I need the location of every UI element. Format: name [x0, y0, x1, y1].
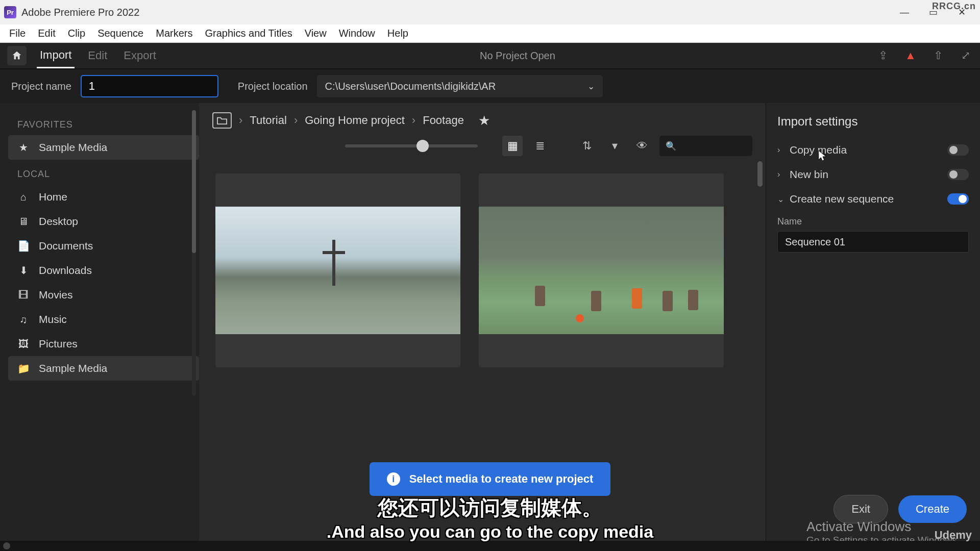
list-view-icon[interactable]: ≣ [530, 136, 550, 156]
sidebar: FAVORITES ★ Sample Media LOCAL ⌂ Home 🖥 … [0, 103, 199, 551]
setting-label: Create new sequence [790, 193, 894, 205]
sidebar-item-documents[interactable]: 📄 Documents [8, 234, 199, 258]
menu-clip[interactable]: Clip [63, 26, 90, 41]
breadcrumb-item[interactable]: Tutorial [250, 114, 287, 127]
sidebar-fav-sample-media[interactable]: ★ Sample Media [8, 135, 199, 160]
info-icon: i [387, 472, 400, 486]
project-location-value: C:\Users\user\Documents\digikidz\AR [325, 81, 496, 92]
thumbnail-figure [632, 288, 642, 309]
project-name-input[interactable] [81, 75, 218, 97]
breadcrumb-sep: › [239, 114, 242, 127]
home-icon[interactable] [7, 46, 27, 65]
project-status: No Project Open [169, 50, 866, 62]
folder-icon: 📁 [17, 362, 30, 374]
media-thumbnail[interactable] [479, 173, 724, 367]
sidebar-item-music[interactable]: ♫ Music [8, 307, 199, 332]
create-button[interactable]: Create [898, 495, 967, 523]
sidebar-item-label: Downloads [39, 264, 92, 277]
quick-export-icon[interactable]: ⇪ [876, 48, 890, 63]
sidebar-item-label: Music [39, 313, 67, 325]
menu-window[interactable]: Window [334, 26, 380, 41]
search-icon: 🔍 [666, 141, 676, 152]
sidebar-favorites-label: FAVORITES [17, 119, 199, 130]
sidebar-item-label: Sample Media [39, 141, 107, 154]
project-location-dropdown[interactable]: C:\Users\user\Documents\digikidz\AR ⌄ [317, 75, 603, 97]
filter-icon[interactable]: ▾ [604, 136, 625, 156]
tab-export[interactable]: Export [120, 44, 159, 67]
music-icon: ♫ [17, 314, 30, 325]
menu-edit[interactable]: Edit [33, 26, 60, 41]
breadcrumb-item[interactable]: Footage [423, 114, 464, 127]
menu-help[interactable]: Help [382, 26, 413, 41]
sidebar-item-movies[interactable]: 🎞 Movies [8, 283, 199, 307]
project-location-label: Project location [238, 81, 308, 92]
toggle-copy-media[interactable] [947, 144, 969, 156]
app-icon: Pr [4, 6, 16, 18]
breadcrumb: › Tutorial › Going Home project › Footag… [199, 103, 766, 132]
desktop-icon: 🖥 [17, 216, 30, 228]
exit-button[interactable]: Exit [834, 495, 888, 523]
info-banner-text: Select media to create new project [409, 472, 594, 486]
grid-view-icon[interactable]: ▦ [502, 136, 523, 156]
sidebar-item-desktop[interactable]: 🖥 Desktop [8, 209, 199, 234]
setting-create-sequence[interactable]: ⌄ Create new sequence [777, 187, 969, 211]
info-banner: i Select media to create new project [370, 462, 611, 496]
home-folder-icon: ⌂ [17, 191, 30, 203]
tab-import[interactable]: Import [37, 43, 75, 68]
warning-icon[interactable]: ▲ [903, 48, 918, 63]
tab-edit[interactable]: Edit [85, 44, 110, 67]
folder-open-icon[interactable] [212, 112, 232, 129]
setting-copy-media[interactable]: › Copy media [777, 138, 969, 162]
share-icon[interactable]: ⇧ [931, 48, 945, 63]
sidebar-item-label: Movies [39, 289, 73, 301]
sidebar-item-label: Desktop [39, 215, 78, 228]
thumbnail-figure [663, 291, 673, 311]
search-input[interactable]: 🔍 [659, 136, 752, 156]
project-name-label: Project name [11, 81, 71, 92]
appbar: Import Edit Export No Project Open ⇪ ▲ ⇧… [0, 43, 980, 69]
breadcrumb-sep: › [412, 114, 415, 127]
sidebar-item-label: Sample Media [39, 362, 107, 374]
toggle-new-bin[interactable] [947, 169, 969, 180]
import-settings-panel: Import settings › Copy media › New bin ⌄… [766, 103, 980, 551]
thumbnail-figure [591, 291, 601, 311]
footer-buttons: Exit Create [834, 495, 967, 523]
menu-markers[interactable]: Markers [151, 26, 198, 41]
minimize-button[interactable]: — [890, 0, 919, 24]
chevron-right-icon: › [777, 170, 785, 179]
watermark-bottom-right: Udemy [935, 529, 972, 542]
menu-graphics-titles[interactable]: Graphics and Titles [200, 26, 297, 41]
window-titlebar: Pr Adobe Premiere Pro 2022 — ▭ ✕ [0, 0, 980, 24]
project-bar: Project name Project location C:\Users\u… [0, 69, 980, 103]
content-scrollbar[interactable] [757, 159, 763, 312]
media-thumbnail[interactable] [215, 173, 460, 367]
toggle-create-sequence[interactable] [947, 193, 969, 205]
menu-file[interactable]: File [4, 26, 31, 41]
sidebar-item-sample-media[interactable]: 📁 Sample Media [8, 356, 199, 381]
status-bar [0, 541, 980, 551]
sidebar-item-home[interactable]: ⌂ Home [8, 185, 199, 209]
chevron-down-icon: ⌄ [587, 81, 595, 92]
breadcrumb-item[interactable]: Going Home project [305, 114, 405, 127]
sequence-name-input[interactable] [777, 231, 969, 253]
visibility-icon[interactable]: 👁 [632, 136, 652, 156]
breadcrumb-sep: › [294, 114, 298, 127]
sidebar-item-downloads[interactable]: ⬇ Downloads [8, 258, 199, 283]
menu-sequence[interactable]: Sequence [92, 26, 149, 41]
thumbnail-size-slider[interactable] [345, 144, 478, 147]
fullscreen-icon[interactable]: ⤢ [959, 48, 973, 63]
sidebar-local-label: LOCAL [17, 169, 199, 180]
setting-label: Copy media [790, 144, 847, 156]
watermark-top-right: RRCG.cn [932, 1, 976, 12]
sidebar-item-pictures[interactable]: 🖼 Pictures [8, 332, 199, 356]
favorite-star-icon[interactable]: ★ [478, 113, 490, 129]
menu-view[interactable]: View [300, 26, 332, 41]
sidebar-scrollbar[interactable] [192, 110, 196, 396]
thumbnail-figure [535, 286, 545, 306]
thumbnail-figure [688, 290, 698, 310]
import-settings-title: Import settings [777, 114, 969, 129]
sidebar-item-label: Pictures [39, 338, 78, 350]
downloads-icon: ⬇ [17, 264, 30, 277]
setting-new-bin[interactable]: › New bin [777, 162, 969, 187]
sort-icon[interactable]: ⇅ [577, 136, 597, 156]
